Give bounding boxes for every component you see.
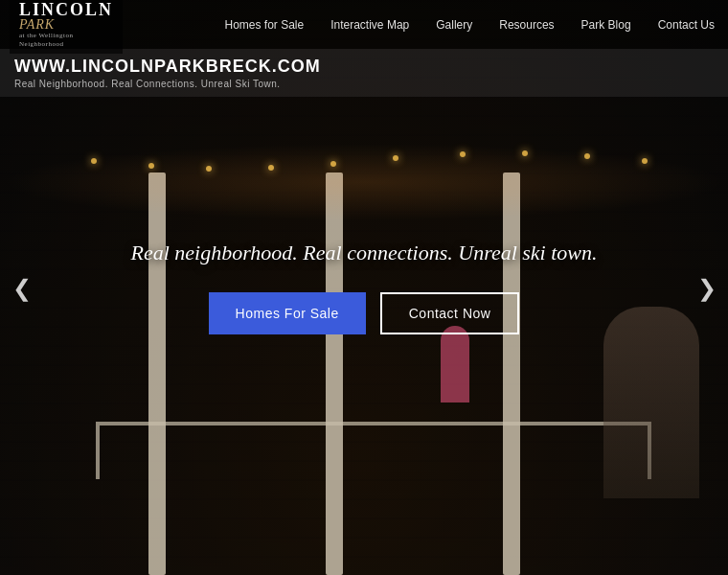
- nav-links: Homes for Sale Interactive Map Gallery R…: [211, 18, 728, 32]
- light-dot: [268, 165, 274, 171]
- logo-sub: at the WellingtonNeighborhood: [19, 32, 113, 48]
- light-dot: [330, 161, 336, 167]
- person-figure-pink: [441, 326, 469, 402]
- nav-contact-us[interactable]: Contact Us: [645, 18, 728, 32]
- light-dot: [393, 155, 398, 161]
- navbar: LINCOLN PARK at the WellingtonNeighborho…: [0, 0, 728, 49]
- light-dot: [206, 166, 212, 172]
- light-dot: [148, 163, 154, 169]
- nav-interactive-map[interactable]: Interactive Map: [317, 18, 422, 32]
- light-dot: [460, 151, 466, 157]
- light-dot: [584, 153, 590, 159]
- contact-now-button[interactable]: Contact Now: [380, 292, 520, 334]
- hero-buttons: Homes For Sale Contact Now: [77, 292, 651, 334]
- nav-homes-for-sale[interactable]: Homes for Sale: [211, 18, 317, 32]
- carousel-arrow-right[interactable]: ❯: [690, 271, 723, 305]
- nav-gallery[interactable]: Gallery: [422, 18, 486, 32]
- person-figures: [603, 307, 699, 498]
- porch-column-2: [326, 172, 343, 575]
- site-url: WWW.LINCOLNPARKBRECK.COM: [14, 57, 714, 77]
- hero-section: LINCOLN PARK at the WellingtonNeighborho…: [0, 0, 728, 575]
- top-bar: WWW.LINCOLNPARKBRECK.COM Real Neighborho…: [0, 49, 728, 97]
- logo-area: LINCOLN PARK at the WellingtonNeighborho…: [0, 0, 192, 54]
- porch-column-1: [148, 172, 166, 575]
- logo: LINCOLN PARK at the WellingtonNeighborho…: [10, 0, 123, 54]
- porch-railing: [96, 422, 651, 479]
- hero-tagline: Real neighborhood. Real connections. Unr…: [77, 241, 651, 265]
- porch-column-3: [503, 172, 520, 575]
- string-lights: [77, 149, 651, 177]
- nav-resources[interactable]: Resources: [486, 18, 567, 32]
- light-dot: [91, 158, 97, 164]
- homes-for-sale-button[interactable]: Homes For Sale: [209, 292, 366, 334]
- nav-park-blog[interactable]: Park Blog: [568, 18, 645, 32]
- logo-park: PARK: [19, 18, 113, 32]
- light-dot: [642, 158, 648, 164]
- light-dot: [522, 150, 528, 156]
- logo-lincoln: LINCOLN: [19, 1, 113, 18]
- carousel-arrow-left[interactable]: ❮: [5, 271, 38, 305]
- tagline-top: Real Neighborhood. Real Connections. Unr…: [14, 79, 714, 89]
- hero-content: Real neighborhood. Real connections. Unr…: [77, 241, 651, 334]
